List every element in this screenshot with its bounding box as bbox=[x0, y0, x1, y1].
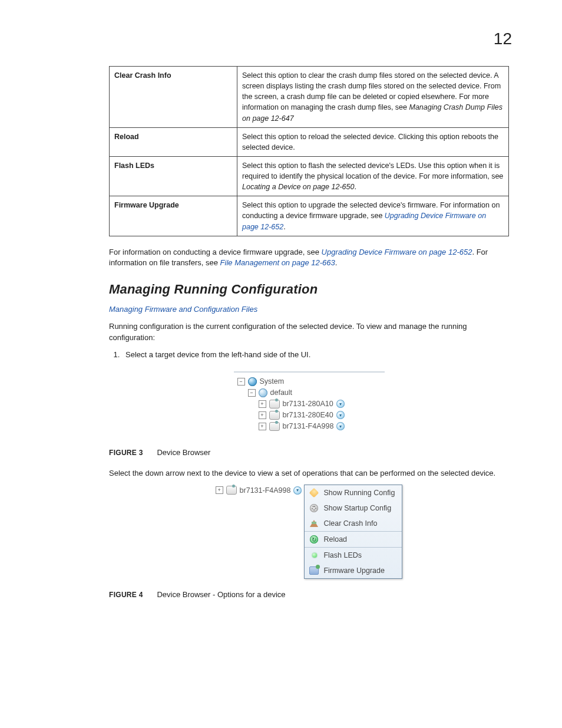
row-flash-label: Flash LEDs bbox=[110, 156, 237, 196]
expand-icon[interactable]: + bbox=[259, 400, 266, 408]
link-file-management[interactable]: File Management on page 12-663 bbox=[220, 258, 335, 267]
row-clear-crash-desc: Select this option to clear the crash du… bbox=[237, 67, 509, 128]
device-tree: − System − default + br7131-280A10 ▾ + b… bbox=[234, 371, 385, 437]
figure-3-caption: FIGURE 3 Device Browser bbox=[109, 447, 509, 459]
menu-show-running[interactable]: Show Running Config bbox=[305, 485, 402, 500]
device-icon bbox=[269, 411, 280, 420]
figure-4-device-row[interactable]: + br7131-F4A998 ▾ bbox=[216, 485, 302, 495]
flash-led-icon bbox=[309, 551, 319, 560]
menu-flash-leds[interactable]: Flash LEDs bbox=[305, 547, 402, 563]
text: . bbox=[354, 183, 356, 191]
figure-caption-text: Device Browser bbox=[157, 448, 210, 457]
step-list: Select a target device from the left-han… bbox=[109, 350, 509, 361]
row-clear-crash-label: Clear Crash Info bbox=[110, 67, 237, 128]
expand-icon[interactable]: + bbox=[259, 423, 266, 430]
figure-4-image: + br7131-F4A998 ▾ Show Running Config Sh… bbox=[109, 485, 509, 579]
intro-paragraph: For information on conducting a device f… bbox=[109, 247, 509, 269]
row-reload-desc: Select this option to reload the selecte… bbox=[237, 127, 509, 156]
crossref-italic: Locating a Device on page 12-650 bbox=[242, 183, 354, 191]
dropdown-icon[interactable]: ▾ bbox=[293, 486, 302, 495]
collapse-icon[interactable]: − bbox=[237, 378, 245, 386]
text: . bbox=[335, 258, 338, 267]
group-icon bbox=[259, 388, 267, 397]
options-table: Clear Crash Info Select this option to c… bbox=[109, 66, 509, 236]
dropdown-icon[interactable]: ▾ bbox=[336, 411, 345, 419]
figure-label: FIGURE 3 bbox=[109, 449, 143, 457]
figure-4-caption: FIGURE 4 Device Browser - Options for a … bbox=[109, 589, 509, 601]
expand-icon[interactable]: + bbox=[259, 411, 266, 419]
tree-group[interactable]: − default bbox=[237, 387, 373, 398]
device-icon bbox=[269, 422, 280, 431]
tree-root[interactable]: − System bbox=[237, 376, 373, 387]
device-icon bbox=[269, 400, 280, 409]
expand-icon[interactable]: + bbox=[216, 486, 223, 494]
tree-group-label: default bbox=[270, 388, 293, 397]
text: Select this option to flash the selected… bbox=[242, 162, 503, 180]
running-config-desc: Running configuration is the current con… bbox=[109, 321, 509, 344]
tree-device-label: br7131-280E40 bbox=[283, 411, 333, 419]
tree-root-label: System bbox=[260, 377, 285, 386]
reload-icon bbox=[309, 535, 319, 544]
menu-label: Clear Crash Info bbox=[323, 519, 377, 528]
tree-device[interactable]: + br7131-F4A998 ▾ bbox=[237, 421, 373, 432]
row-firmware-label: Firmware Upgrade bbox=[110, 196, 237, 236]
sub-link-wrap: Managing Firmware and Configuration File… bbox=[109, 304, 509, 315]
text: . bbox=[283, 223, 285, 231]
menu-reload[interactable]: Reload bbox=[305, 531, 402, 547]
dropdown-icon[interactable]: ▾ bbox=[336, 422, 345, 430]
figure-3-image: − System − default + br7131-280A10 ▾ + b… bbox=[109, 371, 509, 437]
page-number: 12 bbox=[109, 29, 512, 48]
collapse-icon[interactable]: − bbox=[248, 389, 256, 397]
context-menu: Show Running Config Show Startup Config … bbox=[304, 485, 402, 579]
menu-label: Show Running Config bbox=[323, 489, 395, 497]
menu-clear-crash[interactable]: Clear Crash Info bbox=[305, 516, 402, 531]
menu-label: Show Startup Config bbox=[323, 504, 391, 512]
text: For information on conducting a device f… bbox=[109, 248, 322, 256]
startup-config-icon bbox=[309, 503, 319, 513]
menu-show-startup[interactable]: Show Startup Config bbox=[305, 500, 402, 516]
menu-label: Firmware Upgrade bbox=[323, 566, 385, 575]
link-managing-files[interactable]: Managing Firmware and Configuration File… bbox=[109, 305, 257, 314]
row-firmware-desc: Select this option to upgrade the select… bbox=[237, 196, 509, 236]
row-reload-label: Reload bbox=[110, 127, 237, 156]
menu-label: Reload bbox=[323, 535, 347, 543]
device-icon bbox=[226, 486, 237, 495]
figure-caption-text: Device Browser - Options for a device bbox=[157, 590, 285, 599]
section-heading: Managing Running Configuration bbox=[109, 282, 509, 297]
running-config-icon bbox=[309, 488, 319, 498]
tree-device[interactable]: + br7131-280A10 ▾ bbox=[237, 398, 373, 410]
firmware-upgrade-icon bbox=[309, 566, 319, 575]
globe-icon bbox=[248, 377, 257, 386]
row-flash-desc: Select this option to flash the selected… bbox=[237, 156, 509, 196]
tree-device-label: br7131-280A10 bbox=[283, 400, 333, 408]
step-1: Select a target device from the left-han… bbox=[122, 350, 509, 361]
select-arrow-paragraph: Select the down arrow next to the device… bbox=[109, 468, 509, 479]
tree-device-label: br7131-F4A998 bbox=[283, 422, 334, 430]
link-upgrading-firmware[interactable]: Upgrading Device Firmware on page 12-652 bbox=[322, 248, 472, 256]
menu-label: Flash LEDs bbox=[323, 551, 362, 559]
figure-4-device-label: br7131-F4A998 bbox=[240, 486, 291, 495]
dropdown-icon[interactable]: ▾ bbox=[336, 400, 345, 408]
tree-device[interactable]: + br7131-280E40 ▾ bbox=[237, 410, 373, 421]
figure-label: FIGURE 4 bbox=[109, 591, 143, 599]
clear-crash-icon bbox=[309, 519, 319, 528]
menu-firmware-upgrade[interactable]: Firmware Upgrade bbox=[305, 563, 402, 578]
